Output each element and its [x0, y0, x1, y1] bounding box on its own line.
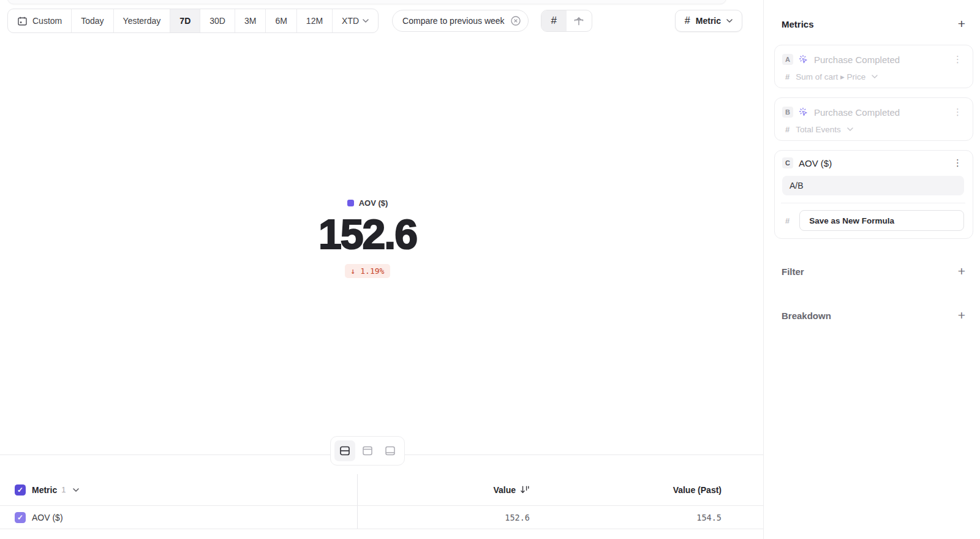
metric-event-name: Purchase Completed	[814, 55, 946, 65]
select-all-checkbox[interactable]: ✓	[15, 484, 26, 496]
add-metric-button[interactable]: +	[958, 18, 965, 30]
chart-card-remnant	[7, 0, 726, 4]
number-view-toggle[interactable]: #	[541, 10, 567, 31]
kpi-change-badge: ↓ 1.19%	[345, 264, 391, 278]
sort-descending-icon[interactable]	[520, 485, 530, 494]
metric-count: 1	[61, 485, 66, 494]
formula-metric-name: AOV ($)	[799, 158, 946, 168]
kpi-legend: AOV ($)	[347, 197, 388, 208]
chevron-down-icon	[847, 127, 853, 131]
arrow-up-baseline-icon	[573, 15, 584, 26]
metric-card-header: A Purchase Completed ⋮	[782, 53, 964, 66]
date-range-7d[interactable]: 7D	[170, 9, 200, 32]
row-value: 152.6	[505, 513, 530, 522]
date-range-label: 6M	[275, 16, 287, 26]
date-range-6m[interactable]: 6M	[266, 9, 296, 32]
hash-icon: #	[785, 125, 790, 134]
filter-section-header: Filter +	[782, 262, 965, 281]
legend-label: AOV ($)	[359, 198, 388, 208]
value-past-column-label: Value (Past)	[673, 485, 722, 495]
date-range-label: 30D	[209, 16, 225, 26]
insights-app: Custom Today Yesterday 7D 30D 3M 6M 12M …	[0, 0, 980, 539]
compare-pill[interactable]: Compare to previous week	[392, 10, 529, 32]
cumulative-view-toggle[interactable]	[567, 10, 592, 31]
save-as-new-formula-button[interactable]: Save as New Formula	[799, 210, 964, 231]
metric-card-c-formula[interactable]: C AOV ($) ⋮ A/B # Save as New Formula	[774, 150, 973, 239]
calendar-icon	[17, 16, 28, 26]
aggregation-label: Sum of cart ▸ Price	[796, 72, 865, 81]
table-header-metric-cell: ✓ Metric 1	[0, 484, 357, 496]
table-header-value-past-cell: Value (Past)	[541, 474, 763, 505]
metric-dropdown-button[interactable]: # Metric	[675, 10, 742, 32]
hash-icon: #	[785, 216, 790, 225]
metric-badge: B	[782, 107, 793, 118]
date-range-yesterday[interactable]: Yesterday	[114, 9, 171, 32]
query-builder-sidebar: Metrics + A Purchase Completed ⋮	[763, 0, 980, 539]
metric-aggregation-row[interactable]: # Total Events	[782, 124, 964, 135]
date-range-label: 7D	[179, 16, 190, 26]
kebab-menu-icon[interactable]: ⋮	[951, 55, 964, 64]
row-metric-cell: ✓ AOV ($)	[0, 512, 357, 523]
results-table: ✓ Metric 1 Value	[0, 474, 763, 529]
table-header-value-cell: Value	[357, 474, 541, 505]
metric-column-label: Metric	[32, 485, 57, 495]
add-filter-button[interactable]: +	[958, 265, 965, 277]
card-divider	[781, 203, 965, 203]
kebab-menu-icon[interactable]: ⋮	[951, 159, 964, 167]
date-range-label: 3M	[244, 16, 256, 26]
date-range-custom[interactable]: Custom	[8, 9, 72, 32]
metrics-section-header: Metrics +	[782, 17, 965, 31]
metric-card-b[interactable]: B Purchase Completed ⋮ # Total Events	[774, 97, 973, 141]
row-checkbox[interactable]: ✓	[15, 512, 26, 523]
formula-input[interactable]: A/B	[782, 176, 964, 195]
layout-chart-button[interactable]	[357, 440, 378, 461]
chevron-down-icon[interactable]	[73, 488, 79, 492]
metric-card-a[interactable]: A Purchase Completed ⋮ # Sum of cart ▸ P…	[774, 45, 973, 88]
metric-cards: A Purchase Completed ⋮ # Sum of cart ▸ P…	[774, 45, 973, 239]
layout-split-button[interactable]	[334, 440, 355, 461]
legend-color-swatch	[347, 200, 354, 206]
formula-footer: # Save as New Formula	[782, 210, 964, 231]
layout-split-icon	[339, 445, 351, 457]
row-value-past: 154.5	[696, 513, 722, 522]
kpi-summary: AOV ($) 152.6 ↓ 1.19%	[0, 197, 735, 278]
metric-aggregation-row[interactable]: # Sum of cart ▸ Price	[782, 71, 964, 82]
date-range-xtd[interactable]: XTD	[333, 9, 378, 32]
layout-bottom-pane-icon	[384, 445, 396, 457]
toolbar: Custom Today Yesterday 7D 30D 3M 6M 12M …	[7, 9, 742, 33]
layout-table-button[interactable]	[380, 440, 401, 461]
filter-section-title: Filter	[782, 266, 804, 277]
row-value-past-cell: 154.5	[541, 506, 763, 529]
metrics-section-title: Metrics	[782, 19, 814, 29]
add-breakdown-button[interactable]: +	[958, 309, 965, 322]
aggregation-label: Total Events	[796, 125, 841, 134]
hash-icon: #	[551, 15, 556, 27]
compare-pill-label: Compare to previous week	[402, 16, 505, 26]
event-sparkle-icon	[799, 55, 809, 64]
panel-layout-toggle	[330, 436, 405, 466]
breakdown-section-header: Breakdown +	[782, 306, 965, 325]
kebab-menu-icon[interactable]: ⋮	[951, 108, 964, 116]
date-range-today[interactable]: Today	[72, 9, 113, 32]
metric-card-header: B Purchase Completed ⋮	[782, 106, 964, 118]
date-range-3m[interactable]: 3M	[235, 9, 266, 32]
remove-compare-icon[interactable]	[510, 15, 521, 26]
date-range-label: 12M	[306, 16, 323, 26]
date-range-label: Today	[81, 16, 104, 26]
row-value-cell: 152.6	[357, 506, 541, 529]
chevron-down-icon	[363, 19, 369, 23]
value-display-toggle: #	[541, 10, 592, 32]
date-range-label: Custom	[32, 16, 62, 26]
date-range-12m[interactable]: 12M	[297, 9, 333, 32]
date-range-label: Yesterday	[123, 16, 161, 26]
hash-icon: #	[685, 15, 690, 26]
event-sparkle-icon	[799, 107, 809, 117]
table-header-row: ✓ Metric 1 Value	[0, 474, 763, 506]
row-metric-name: AOV ($)	[32, 513, 63, 522]
main-panel: Custom Today Yesterday 7D 30D 3M 6M 12M …	[0, 0, 763, 539]
metric-card-header: C AOV ($) ⋮	[782, 157, 964, 169]
date-range-30d[interactable]: 30D	[200, 9, 235, 32]
date-range-label: XTD	[342, 16, 359, 26]
metric-badge: C	[782, 157, 793, 168]
metric-dropdown-label: Metric	[696, 16, 721, 26]
